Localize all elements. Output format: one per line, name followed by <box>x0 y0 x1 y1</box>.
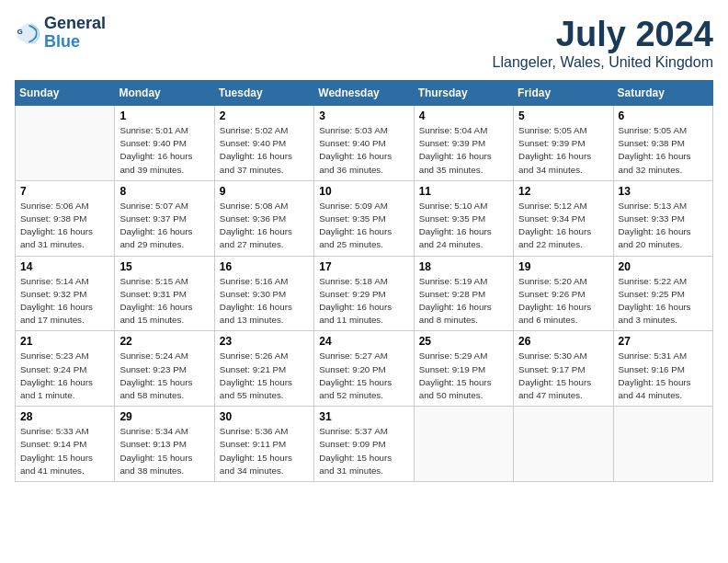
day-number: 9 <box>220 185 309 198</box>
day-info: Sunrise: 5:09 AM Sunset: 9:35 PM Dayligh… <box>319 200 408 252</box>
calendar-cell: 1Sunrise: 5:01 AM Sunset: 9:40 PM Daylig… <box>115 106 214 181</box>
day-info: Sunrise: 5:03 AM Sunset: 9:40 PM Dayligh… <box>319 124 408 177</box>
day-number: 21 <box>20 335 109 348</box>
day-number: 20 <box>619 260 708 273</box>
day-number: 3 <box>319 109 408 122</box>
day-number: 5 <box>518 109 608 122</box>
day-info: Sunrise: 5:26 AM Sunset: 9:21 PM Dayligh… <box>220 350 309 402</box>
day-info: Sunrise: 5:07 AM Sunset: 9:37 PM Dayligh… <box>119 200 209 252</box>
day-number: 18 <box>419 260 508 273</box>
day-number: 27 <box>619 335 708 348</box>
calendar-cell: 7Sunrise: 5:06 AM Sunset: 9:38 PM Daylig… <box>16 180 115 256</box>
day-info: Sunrise: 5:18 AM Sunset: 9:29 PM Dayligh… <box>319 275 408 327</box>
logo: G General Blue <box>15 15 106 52</box>
calendar-cell: 9Sunrise: 5:08 AM Sunset: 9:36 PM Daylig… <box>214 180 313 256</box>
day-info: Sunrise: 5:20 AM Sunset: 9:26 PM Dayligh… <box>518 275 608 327</box>
calendar-cell: 11Sunrise: 5:10 AM Sunset: 9:35 PM Dayli… <box>414 180 513 256</box>
calendar-cell <box>414 407 513 482</box>
day-number: 29 <box>119 410 209 423</box>
day-info: Sunrise: 5:14 AM Sunset: 9:32 PM Dayligh… <box>20 275 109 327</box>
day-number: 11 <box>419 185 508 198</box>
calendar-day-header: Sunday <box>16 81 115 106</box>
calendar-cell <box>514 407 613 482</box>
calendar-cell: 14Sunrise: 5:14 AM Sunset: 9:32 PM Dayli… <box>16 256 115 331</box>
calendar-cell: 16Sunrise: 5:16 AM Sunset: 9:30 PM Dayli… <box>214 256 313 331</box>
calendar-cell: 19Sunrise: 5:20 AM Sunset: 9:26 PM Dayli… <box>514 256 613 331</box>
day-info: Sunrise: 5:36 AM Sunset: 9:11 PM Dayligh… <box>220 425 309 477</box>
day-number: 15 <box>119 260 209 273</box>
calendar-week-row: 14Sunrise: 5:14 AM Sunset: 9:32 PM Dayli… <box>16 256 713 331</box>
calendar-cell: 20Sunrise: 5:22 AM Sunset: 9:25 PM Dayli… <box>613 256 712 331</box>
day-info: Sunrise: 5:15 AM Sunset: 9:31 PM Dayligh… <box>119 275 209 327</box>
calendar-week-row: 21Sunrise: 5:23 AM Sunset: 9:24 PM Dayli… <box>16 331 713 407</box>
day-number: 28 <box>20 410 109 423</box>
calendar-cell: 6Sunrise: 5:05 AM Sunset: 9:38 PM Daylig… <box>613 106 712 181</box>
day-number: 24 <box>319 335 408 348</box>
calendar-cell: 28Sunrise: 5:33 AM Sunset: 9:14 PM Dayli… <box>16 407 115 482</box>
day-number: 26 <box>518 335 608 348</box>
day-number: 14 <box>20 260 109 273</box>
day-number: 19 <box>518 260 608 273</box>
calendar-cell: 12Sunrise: 5:12 AM Sunset: 9:34 PM Dayli… <box>514 180 613 256</box>
month-year: July 2024 <box>493 15 713 54</box>
day-info: Sunrise: 5:31 AM Sunset: 9:16 PM Dayligh… <box>619 350 708 402</box>
calendar-cell: 8Sunrise: 5:07 AM Sunset: 9:37 PM Daylig… <box>115 180 214 256</box>
day-info: Sunrise: 5:16 AM Sunset: 9:30 PM Dayligh… <box>220 275 309 327</box>
day-info: Sunrise: 5:08 AM Sunset: 9:36 PM Dayligh… <box>220 200 309 252</box>
day-number: 7 <box>20 185 109 198</box>
day-info: Sunrise: 5:19 AM Sunset: 9:28 PM Dayligh… <box>419 275 508 327</box>
calendar-table: SundayMondayTuesdayWednesdayThursdayFrid… <box>15 80 713 482</box>
calendar-cell <box>613 407 712 482</box>
calendar-day-header: Tuesday <box>214 81 313 106</box>
day-info: Sunrise: 5:33 AM Sunset: 9:14 PM Dayligh… <box>20 425 109 477</box>
day-number: 8 <box>119 185 209 198</box>
logo-icon: G <box>15 20 40 46</box>
day-info: Sunrise: 5:05 AM Sunset: 9:39 PM Dayligh… <box>518 124 608 177</box>
day-number: 23 <box>220 335 309 348</box>
day-number: 25 <box>419 335 508 348</box>
calendar-cell: 30Sunrise: 5:36 AM Sunset: 9:11 PM Dayli… <box>214 407 313 482</box>
svg-text:G: G <box>17 28 23 36</box>
calendar-day-header: Thursday <box>414 81 513 106</box>
calendar-cell: 3Sunrise: 5:03 AM Sunset: 9:40 PM Daylig… <box>314 106 414 181</box>
calendar-cell: 31Sunrise: 5:37 AM Sunset: 9:09 PM Dayli… <box>314 407 414 482</box>
day-info: Sunrise: 5:13 AM Sunset: 9:33 PM Dayligh… <box>619 200 708 252</box>
logo-text: General Blue <box>44 15 106 52</box>
day-number: 12 <box>518 185 608 198</box>
day-info: Sunrise: 5:29 AM Sunset: 9:19 PM Dayligh… <box>419 350 508 402</box>
calendar-week-row: 28Sunrise: 5:33 AM Sunset: 9:14 PM Dayli… <box>16 407 713 482</box>
calendar-day-header: Monday <box>115 81 214 106</box>
day-info: Sunrise: 5:30 AM Sunset: 9:17 PM Dayligh… <box>518 350 608 402</box>
day-info: Sunrise: 5:24 AM Sunset: 9:23 PM Dayligh… <box>119 350 209 402</box>
day-number: 16 <box>220 260 309 273</box>
day-info: Sunrise: 5:10 AM Sunset: 9:35 PM Dayligh… <box>419 200 508 252</box>
calendar-day-header: Saturday <box>613 81 712 106</box>
calendar-cell: 21Sunrise: 5:23 AM Sunset: 9:24 PM Dayli… <box>16 331 115 407</box>
calendar-cell: 5Sunrise: 5:05 AM Sunset: 9:39 PM Daylig… <box>514 106 613 181</box>
day-info: Sunrise: 5:27 AM Sunset: 9:20 PM Dayligh… <box>319 350 408 402</box>
calendar-cell: 15Sunrise: 5:15 AM Sunset: 9:31 PM Dayli… <box>115 256 214 331</box>
day-number: 17 <box>319 260 408 273</box>
calendar-week-row: 7Sunrise: 5:06 AM Sunset: 9:38 PM Daylig… <box>16 180 713 256</box>
day-info: Sunrise: 5:37 AM Sunset: 9:09 PM Dayligh… <box>319 425 408 477</box>
calendar-header-row: SundayMondayTuesdayWednesdayThursdayFrid… <box>16 81 713 106</box>
day-number: 22 <box>119 335 209 348</box>
day-info: Sunrise: 5:02 AM Sunset: 9:40 PM Dayligh… <box>220 124 309 177</box>
day-number: 31 <box>319 410 408 423</box>
calendar-cell: 17Sunrise: 5:18 AM Sunset: 9:29 PM Dayli… <box>314 256 414 331</box>
day-number: 13 <box>619 185 708 198</box>
title-block: July 2024 Llangeler, Wales, United Kingd… <box>493 15 713 71</box>
day-info: Sunrise: 5:12 AM Sunset: 9:34 PM Dayligh… <box>518 200 608 252</box>
day-info: Sunrise: 5:22 AM Sunset: 9:25 PM Dayligh… <box>619 275 708 327</box>
day-info: Sunrise: 5:34 AM Sunset: 9:13 PM Dayligh… <box>119 425 209 477</box>
calendar-day-header: Friday <box>514 81 613 106</box>
day-info: Sunrise: 5:05 AM Sunset: 9:38 PM Dayligh… <box>619 124 708 177</box>
calendar-cell: 29Sunrise: 5:34 AM Sunset: 9:13 PM Dayli… <box>115 407 214 482</box>
logo-blue: Blue <box>44 32 80 51</box>
calendar-cell: 13Sunrise: 5:13 AM Sunset: 9:33 PM Dayli… <box>613 180 712 256</box>
calendar-day-header: Wednesday <box>314 81 414 106</box>
calendar-cell: 18Sunrise: 5:19 AM Sunset: 9:28 PM Dayli… <box>414 256 513 331</box>
day-number: 6 <box>619 109 708 122</box>
calendar-cell: 26Sunrise: 5:30 AM Sunset: 9:17 PM Dayli… <box>514 331 613 407</box>
day-number: 4 <box>419 109 508 122</box>
